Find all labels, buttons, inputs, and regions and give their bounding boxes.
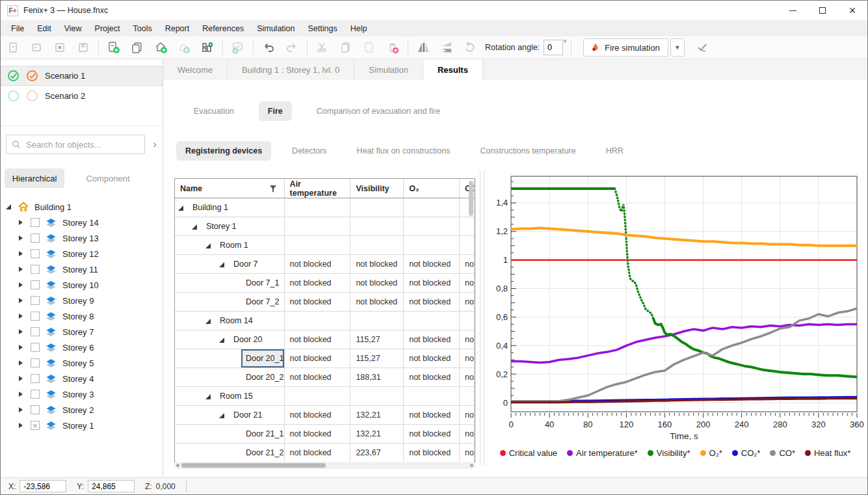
column-header-name[interactable]: Name bbox=[175, 179, 285, 198]
table-cell-air-temperature[interactable]: not blocked bbox=[285, 425, 351, 443]
menu-item-tools[interactable]: Tools bbox=[126, 20, 158, 36]
collapsed-triangle-icon[interactable] bbox=[19, 220, 23, 225]
add-cloud-button[interactable] bbox=[174, 38, 194, 57]
collapsed-triangle-icon[interactable] bbox=[19, 235, 23, 241]
paste-button[interactable] bbox=[360, 38, 379, 57]
collapsed-triangle-icon[interactable] bbox=[19, 298, 23, 303]
table-cell-air-temperature[interactable] bbox=[285, 198, 351, 217]
scroll-thumb[interactable] bbox=[181, 463, 326, 468]
table-row[interactable]: Door 7_2not blockednot blockednot blocke… bbox=[175, 293, 475, 312]
table-cell-o2[interactable]: not blocked bbox=[404, 274, 460, 292]
result-tab-evacuation[interactable]: Evacuation bbox=[185, 101, 243, 121]
table-cell-o2[interactable]: not blocked bbox=[404, 330, 460, 349]
collapsed-triangle-icon[interactable] bbox=[19, 376, 23, 381]
table-cell-air-temperature[interactable]: not blocked bbox=[285, 255, 351, 273]
tab-results[interactable]: Results bbox=[423, 59, 483, 80]
expanded-triangle-icon[interactable] bbox=[219, 338, 224, 343]
table-cell-o2[interactable]: not blocked bbox=[404, 368, 460, 386]
fire-simulation-dropdown[interactable]: ▼ bbox=[670, 38, 685, 57]
add-building-button[interactable] bbox=[151, 38, 170, 57]
collapsed-triangle-icon[interactable] bbox=[19, 251, 23, 256]
redo-button[interactable] bbox=[282, 38, 302, 57]
table-cell-name[interactable]: Door 21 bbox=[175, 406, 285, 424]
table-cell-co[interactable]: not blocked bbox=[460, 330, 475, 349]
new-document-button[interactable] bbox=[3, 38, 23, 57]
scenario-item[interactable]: Scenario 2 bbox=[1, 86, 163, 106]
tab-simulation[interactable]: Simulation bbox=[354, 59, 423, 80]
menu-item-edit[interactable]: Edit bbox=[31, 20, 58, 36]
table-cell-co[interactable] bbox=[460, 236, 475, 254]
table-cell-visibility[interactable]: not blocked bbox=[350, 274, 404, 292]
table-cell-visibility[interactable] bbox=[350, 312, 404, 330]
minimize-button[interactable] bbox=[778, 1, 808, 20]
column-header-visibility[interactable]: Visibility bbox=[350, 179, 404, 198]
tree-item-storey[interactable]: Storey 12 bbox=[1, 246, 163, 261]
tree-item-storey[interactable]: Storey 14 bbox=[1, 215, 163, 230]
storey-checkbox[interactable]: ✕ bbox=[31, 421, 40, 430]
table-cell-air-temperature[interactable] bbox=[285, 236, 351, 254]
expanded-triangle-icon[interactable] bbox=[219, 262, 224, 267]
table-vertical-scrollbar[interactable] bbox=[469, 181, 473, 216]
validate-check-button[interactable] bbox=[692, 38, 712, 57]
table-cell-visibility[interactable] bbox=[350, 217, 404, 235]
search-go-button[interactable]: › bbox=[149, 136, 161, 153]
collapsed-triangle-icon[interactable] bbox=[19, 360, 23, 366]
table-row[interactable]: Storey 1 bbox=[175, 217, 475, 236]
fire-tab-heat-flux-on-constructions[interactable]: Heat flux on constructions bbox=[348, 141, 460, 161]
storey-checkbox[interactable] bbox=[31, 358, 40, 368]
table-cell-name[interactable]: Door 7 bbox=[175, 255, 285, 273]
table-cell-air-temperature[interactable]: not blocked bbox=[285, 444, 351, 462]
tree-item-storey[interactable]: Storey 11 bbox=[1, 261, 163, 277]
storey-checkbox[interactable] bbox=[31, 327, 40, 336]
table-cell-visibility[interactable]: not blocked bbox=[350, 255, 404, 273]
table-cell-air-temperature[interactable]: not blocked bbox=[285, 274, 351, 292]
legend-item-visibility-[interactable]: Visibility* bbox=[648, 448, 690, 458]
table-cell-visibility[interactable] bbox=[350, 198, 404, 217]
collapsed-triangle-icon[interactable] bbox=[19, 267, 23, 272]
table-cell-co[interactable]: not blocked bbox=[460, 349, 475, 368]
table-row[interactable]: Room 14 bbox=[175, 312, 475, 330]
tree-item-storey[interactable]: Storey 2 bbox=[1, 402, 163, 418]
table-cell-visibility[interactable]: 132,21 bbox=[350, 406, 404, 424]
collapsed-triangle-icon[interactable] bbox=[19, 423, 23, 428]
result-tab-comparison-of-evacuation-and-fire[interactable]: Comparison of evacuation and fire bbox=[308, 101, 449, 121]
fire-tab-constructions-temperature[interactable]: Constructions temperature bbox=[471, 141, 585, 161]
legend-item-o-[interactable]: O₂* bbox=[700, 448, 722, 458]
storey-checkbox[interactable] bbox=[31, 249, 40, 258]
table-cell-air-temperature[interactable] bbox=[285, 217, 351, 235]
result-tab-fire[interactable]: Fire bbox=[259, 101, 292, 121]
menu-item-help[interactable]: Help bbox=[344, 20, 374, 36]
table-cell-o2[interactable] bbox=[404, 236, 460, 254]
rotate-button[interactable] bbox=[460, 38, 480, 57]
scenario-item[interactable]: Scenario 1 bbox=[1, 66, 163, 86]
table-cell-name[interactable]: Room 15 bbox=[175, 387, 285, 405]
table-cell-air-temperature[interactable]: not blocked bbox=[285, 368, 351, 386]
collapsed-triangle-icon[interactable] bbox=[19, 407, 23, 412]
flip-vertical-button[interactable] bbox=[437, 38, 456, 57]
table-cell-o2[interactable]: not blocked bbox=[404, 425, 460, 443]
table-row[interactable]: Door 20not blocked115,27not blockednot b… bbox=[175, 330, 475, 349]
tree-item-storey[interactable]: Storey 9 bbox=[1, 293, 163, 308]
fire-tab-registering-devices[interactable]: Registering devices bbox=[176, 141, 271, 161]
expanded-triangle-icon[interactable] bbox=[192, 224, 197, 230]
table-row[interactable]: Room 1 bbox=[175, 236, 475, 255]
table-cell-air-temperature[interactable]: not blocked bbox=[285, 349, 351, 368]
table-cell-o2[interactable]: not blocked bbox=[404, 255, 460, 273]
table-cell-o2[interactable] bbox=[404, 217, 460, 235]
undo-button[interactable] bbox=[259, 38, 278, 57]
table-row[interactable]: Door 21_1not blocked132,21not blockednot… bbox=[175, 425, 475, 444]
table-row[interactable]: Door 21_2not blocked223,67not blockednot… bbox=[175, 444, 475, 462]
table-cell-name[interactable]: Door 20_2 bbox=[175, 368, 285, 386]
table-cell-co[interactable]: not blocked bbox=[460, 255, 475, 273]
tree-item-storey[interactable]: Storey 3 bbox=[1, 386, 163, 402]
expanded-triangle-icon[interactable] bbox=[205, 394, 211, 399]
table-cell-visibility[interactable]: 115,27 bbox=[350, 349, 404, 368]
column-header-o-[interactable]: O₂ bbox=[404, 179, 460, 198]
table-cell-co[interactable]: not blocked bbox=[460, 293, 475, 311]
rotation-angle-input[interactable] bbox=[544, 40, 563, 55]
table-cell-visibility[interactable] bbox=[350, 236, 404, 254]
expanded-triangle-icon[interactable] bbox=[205, 243, 211, 248]
table-cell-name[interactable]: Door 7_2 bbox=[175, 293, 285, 311]
maximize-button[interactable] bbox=[808, 1, 837, 20]
table-cell-air-temperature[interactable]: not blocked bbox=[285, 330, 351, 349]
